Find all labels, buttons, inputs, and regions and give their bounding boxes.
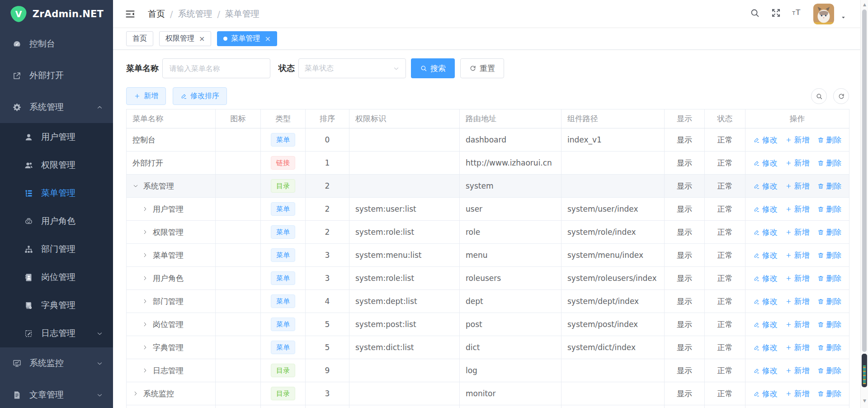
scrollbar-thumb[interactable] [862, 9, 867, 352]
delete-link[interactable]: 删除 [817, 204, 842, 214]
add-link[interactable]: 新增 [785, 389, 810, 399]
user-avatar[interactable] [813, 4, 834, 24]
sidebar-item[interactable]: 权限管理 [0, 151, 113, 179]
edit-link[interactable]: 修改 [753, 227, 778, 237]
chevron-down-icon [393, 65, 400, 72]
edit-link[interactable]: 修改 [753, 181, 778, 191]
scroll-up-arrow[interactable]: ▲ [861, 2, 868, 7]
add-link[interactable]: 新增 [785, 181, 810, 191]
tab[interactable]: 菜单管理× [217, 31, 277, 46]
delete-link[interactable]: 删除 [817, 181, 842, 191]
collapse-sidebar-icon[interactable] [125, 9, 136, 19]
sort-button[interactable]: 修改排序 [173, 87, 227, 105]
expand-row-icon[interactable] [142, 252, 153, 258]
collapse-row-icon[interactable] [132, 183, 143, 189]
edit-link[interactable]: 修改 [753, 365, 778, 376]
edit-link[interactable]: 修改 [753, 319, 778, 330]
delete-link[interactable]: 删除 [817, 342, 842, 353]
expand-row-icon[interactable] [142, 298, 153, 304]
add-link[interactable]: 新增 [785, 227, 810, 237]
delete-link[interactable]: 删除 [817, 296, 842, 307]
sidebar-item[interactable]: 用户角色 [0, 207, 113, 235]
sidebar-item[interactable]: 文章管理 [0, 379, 113, 408]
add-link[interactable]: 新增 [785, 158, 810, 168]
sidebar-item[interactable]: 外部打开 [0, 60, 113, 91]
search-icon[interactable] [750, 8, 760, 20]
app-logo[interactable]: V ZrAdmin.NET [0, 0, 113, 28]
sidebar-item[interactable]: 字典管理 [0, 291, 113, 319]
fullscreen-icon[interactable] [771, 8, 781, 20]
expand-row-icon[interactable] [142, 229, 153, 235]
edit-link[interactable]: 修改 [753, 273, 778, 284]
edit-link[interactable]: 修改 [753, 296, 778, 307]
delete-link[interactable]: 删除 [817, 365, 842, 376]
sidebar-item[interactable]: 控制台 [0, 28, 113, 60]
plus-icon [785, 367, 792, 374]
toggle-search-button[interactable] [811, 88, 827, 104]
expand-row-icon[interactable] [142, 275, 153, 281]
page-scrollbar[interactable]: ▲ ▼ [860, 0, 868, 408]
expand-row-icon[interactable] [142, 321, 153, 327]
edit-link[interactable]: 修改 [753, 204, 778, 214]
sidebar-item-label: 字典管理 [41, 299, 75, 311]
add-link[interactable]: 新增 [785, 319, 810, 330]
edit-link[interactable]: 修改 [753, 250, 778, 261]
order-value: 9 [306, 359, 349, 382]
sidebar-item[interactable]: 系统管理 [0, 91, 113, 123]
tab[interactable]: 首页 [126, 31, 153, 46]
add-link[interactable]: 新增 [785, 250, 810, 261]
column-header: 排序 [306, 109, 349, 128]
font-size-icon[interactable]: TT [792, 8, 802, 20]
menu-name: 日志管理 [153, 365, 184, 376]
svg-text:T: T [795, 8, 800, 17]
edit-link[interactable]: 修改 [753, 135, 778, 145]
sidebar-item[interactable]: 菜单管理 [0, 179, 113, 207]
add-link[interactable]: 新增 [785, 342, 810, 353]
sidebar-item[interactable]: 系统监控 [0, 347, 113, 379]
delete-link[interactable]: 删除 [817, 389, 842, 399]
edit-link[interactable]: 修改 [753, 158, 778, 168]
scroll-down-arrow[interactable]: ▼ [861, 399, 868, 403]
sidebar-item[interactable]: 部门管理 [0, 235, 113, 263]
edit-link[interactable]: 修改 [753, 389, 778, 399]
delete-link[interactable]: 删除 [817, 227, 842, 237]
reset-button[interactable]: 重置 [460, 58, 504, 78]
delete-link[interactable]: 删除 [817, 273, 842, 284]
add-button[interactable]: 新增 [126, 87, 166, 105]
tab[interactable]: 权限管理× [159, 31, 211, 46]
expand-row-icon[interactable] [142, 206, 153, 212]
status-value: 正常 [705, 175, 745, 198]
close-icon[interactable]: × [264, 35, 270, 43]
caret-down-icon[interactable] [840, 14, 846, 20]
sidebar-item-label: 权限管理 [41, 159, 75, 171]
edit-link[interactable]: 修改 [753, 342, 778, 353]
table-row: 日志管理目录9log显示正常修改新增删除 [127, 359, 849, 382]
status-select[interactable]: 菜单状态 [298, 58, 406, 78]
search-button[interactable]: 搜索 [411, 58, 455, 78]
add-link[interactable]: 新增 [785, 135, 810, 145]
delete-link[interactable]: 删除 [817, 158, 842, 168]
close-icon[interactable]: × [199, 35, 205, 43]
refresh-table-button[interactable] [833, 88, 849, 104]
add-link[interactable]: 新增 [785, 204, 810, 214]
table-row: 用户角色菜单3system:role:listroleuserssystem/r… [127, 267, 849, 290]
sidebar-item[interactable]: 日志管理 [0, 319, 113, 347]
delete-link[interactable]: 删除 [817, 135, 842, 145]
status-value: 正常 [705, 221, 745, 244]
breadcrumb-item[interactable]: 首页 [148, 8, 165, 20]
delete-link[interactable]: 删除 [817, 250, 842, 261]
add-link[interactable]: 新增 [785, 273, 810, 284]
component-value: system/dict/index [561, 336, 665, 359]
expand-row-icon[interactable] [142, 367, 153, 374]
delete-link[interactable]: 删除 [817, 319, 842, 330]
add-link[interactable]: 新增 [785, 365, 810, 376]
expand-row-icon[interactable] [132, 390, 143, 397]
sidebar-item[interactable]: 用户管理 [0, 123, 113, 151]
edit-icon [753, 367, 760, 374]
row-operations: 修改新增删除 [745, 175, 849, 198]
scrollbar-minimap [862, 354, 867, 387]
add-link[interactable]: 新增 [785, 296, 810, 307]
menu-name-input[interactable] [162, 58, 270, 78]
expand-row-icon[interactable] [142, 344, 153, 351]
sidebar-item[interactable]: 岗位管理 [0, 263, 113, 291]
